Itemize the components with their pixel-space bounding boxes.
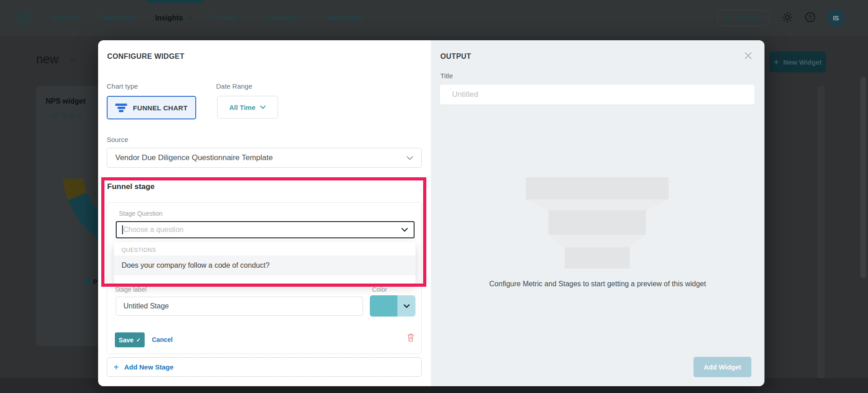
output-heading: OUTPUT: [440, 52, 471, 61]
plus-icon: +: [113, 363, 119, 372]
save-button[interactable]: Save ✓: [115, 332, 145, 347]
funnel-stage-heading: Funnel stage: [107, 182, 155, 191]
adjacent-widget-edge: [817, 86, 825, 378]
stage-label-label: Stage label: [115, 286, 146, 293]
preview-caption: Configure Metric and Stages to start get…: [431, 280, 764, 288]
funnel-placeholder-joint: [548, 235, 646, 247]
chevron-down-icon: [77, 114, 82, 117]
brand-shield-logo-icon[interactable]: [16, 10, 30, 27]
legend-dot: [84, 279, 90, 284]
stage-question-combobox[interactable]: [116, 221, 415, 238]
selected-color-swatch: [370, 295, 397, 317]
nav-item-templates[interactable]: Templates: [100, 14, 135, 22]
check-icon: ✓: [136, 337, 141, 343]
help-icon[interactable]: ?: [805, 12, 816, 24]
dropdown-group-label: QUESTIONS: [122, 247, 156, 253]
funnel-placeholder-bar: [526, 177, 669, 199]
user-avatar[interactable]: IS: [827, 9, 844, 27]
settings-gear-icon[interactable]: [782, 12, 793, 25]
legend-label: P: [93, 278, 98, 285]
nav-links: Surveys Templates Insights Tickets Conta…: [52, 0, 364, 36]
delete-stage-trash-icon[interactable]: [406, 333, 415, 344]
stage-editor-card: Stage Question QUESTIONS Does your compa…: [107, 202, 422, 354]
stage-question-input[interactable]: [123, 226, 401, 234]
page-title: new: [36, 52, 59, 66]
output-panel: OUTPUT Title Configure Metric and Stages…: [431, 40, 764, 386]
nav-item-contacts[interactable]: Contacts: [266, 14, 307, 22]
app-screen: Surveys Templates Insights Tickets Conta…: [0, 0, 868, 393]
funnel-placeholder-bar: [548, 210, 646, 235]
config-panel: CONFIGURE WIDGET Chart type FUNNEL CHART…: [98, 40, 431, 386]
nav-item-tickets[interactable]: Tickets: [212, 14, 247, 22]
config-heading: CONFIGURE WIDGET: [107, 52, 184, 61]
page-scrollbar[interactable]: [860, 77, 866, 278]
top-navigation: Surveys Templates Insights Tickets Conta…: [0, 0, 868, 36]
chart-type-label: Chart type: [107, 82, 138, 90]
nav-item-reputation[interactable]: Reputation: [327, 14, 365, 22]
chevron-down-icon: [406, 156, 413, 160]
chevron-down-icon: [69, 57, 76, 62]
chevron-down-icon: [401, 227, 408, 232]
add-new-stage-button[interactable]: + Add New Stage: [107, 357, 422, 377]
cancel-link[interactable]: Cancel: [152, 336, 173, 343]
nav-item-surveys[interactable]: Surveys: [52, 14, 80, 22]
chevron-down-icon: [187, 16, 193, 20]
stage-question-label: Stage Question: [119, 210, 163, 217]
funnel-placeholder-bar: [565, 247, 630, 269]
add-widget-button[interactable]: Add Widget: [693, 357, 751, 377]
widget-title-input[interactable]: [439, 84, 755, 105]
stage-color-picker[interactable]: [370, 295, 415, 317]
new-widget-button[interactable]: + New Widget: [769, 52, 826, 72]
upgrade-arrow-icon: [725, 14, 732, 22]
upgrade-button[interactable]: Upgrade: [717, 10, 770, 26]
color-dropdown-section: [397, 295, 415, 317]
nav-item-insights[interactable]: Insights: [155, 14, 192, 22]
funnel-placeholder-joint: [526, 199, 669, 210]
color-label: Color: [372, 286, 387, 293]
widget-title-label: Title: [440, 72, 453, 80]
question-dropdown-menu: QUESTIONS Does your company follow a cod…: [114, 242, 415, 284]
nps-legend: P: [84, 278, 98, 285]
chart-type-funnel-button[interactable]: FUNNEL CHART: [107, 96, 196, 119]
source-select[interactable]: Vendor Due Diligence Questionnaire Templ…: [107, 148, 422, 168]
question-option[interactable]: Does your company follow a code of condu…: [114, 256, 415, 275]
configure-widget-modal: CONFIGURE WIDGET Chart type FUNNEL CHART…: [98, 40, 764, 386]
chevron-down-icon: [403, 304, 410, 308]
plus-icon: +: [774, 57, 779, 67]
stage-label-input[interactable]: [116, 297, 363, 316]
chevron-down-icon: [241, 16, 246, 20]
source-label: Source: [107, 136, 128, 143]
nav-right-cluster: Upgrade ? IS: [717, 9, 844, 27]
date-range-select[interactable]: All Time: [217, 96, 278, 118]
date-range-label: Date Range: [216, 82, 252, 90]
chevron-down-icon: [260, 105, 266, 109]
text-cursor: [122, 225, 123, 234]
nps-widget-title: NPS widget: [46, 97, 85, 105]
chevron-down-icon: [301, 16, 307, 20]
nps-date-range[interactable]: All Time: [51, 112, 82, 119]
funnel-chart-icon: [115, 104, 127, 112]
dashboard-name-dropdown[interactable]: new: [36, 52, 76, 66]
svg-text:?: ?: [808, 14, 812, 21]
close-icon[interactable]: [743, 50, 754, 61]
